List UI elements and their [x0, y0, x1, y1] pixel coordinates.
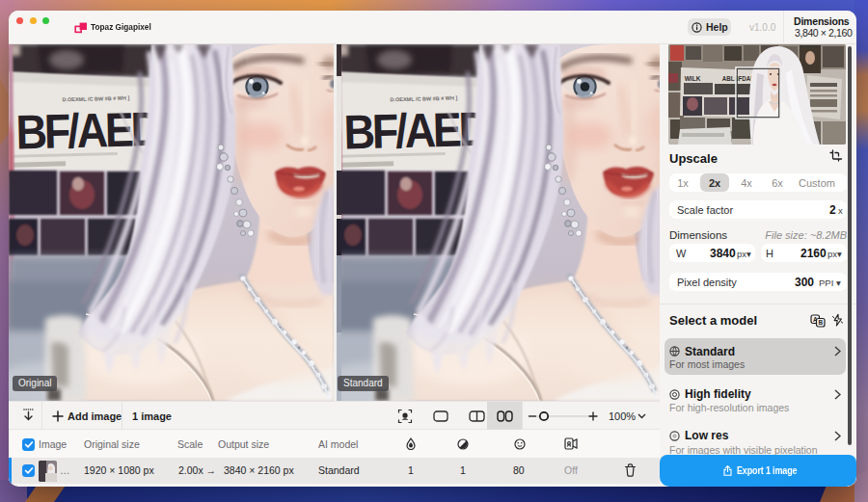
- svg-text:B: B: [819, 319, 824, 326]
